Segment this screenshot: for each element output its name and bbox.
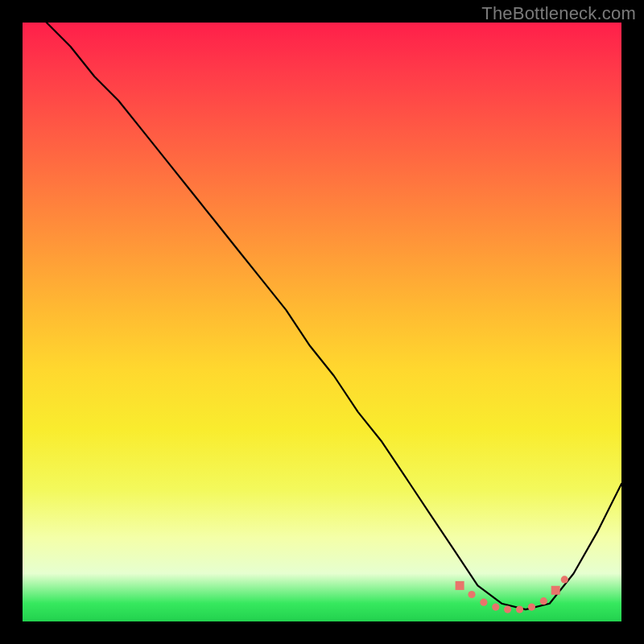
marker-dot [528,604,535,611]
marker-square [456,581,464,590]
marker-dot [540,597,547,605]
marker-square [551,586,560,595]
marker-dot [504,606,511,613]
bottleneck-curve [47,23,621,609]
watermark-text: TheBottleneck.com [481,3,636,24]
plot-area [23,23,621,621]
marker-dot [561,576,568,583]
chart-svg [23,23,621,621]
markers-group [456,576,568,613]
marker-dot [468,591,475,598]
chart-frame: TheBottleneck.com [0,0,644,644]
marker-dot [516,606,523,613]
marker-dot [480,599,487,606]
marker-dot [492,604,499,611]
